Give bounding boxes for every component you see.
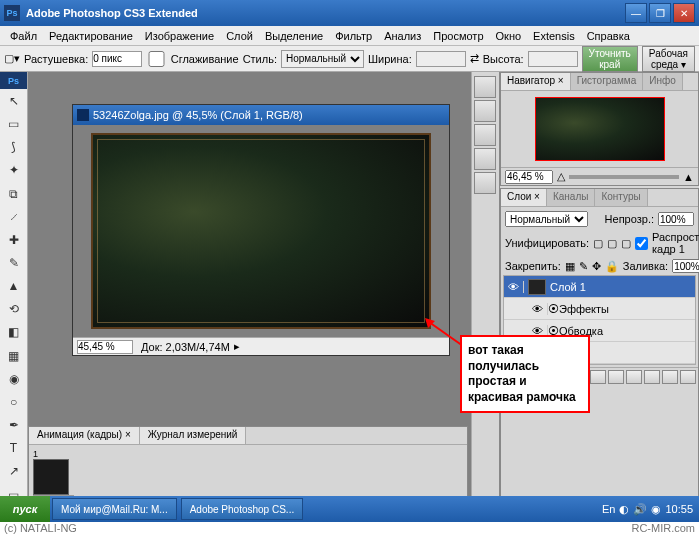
menu-image[interactable]: Изображение <box>139 28 220 44</box>
eyedropper-tool-icon[interactable]: ⟋ <box>2 206 26 227</box>
opacity-input[interactable] <box>658 212 694 226</box>
lasso-tool-icon[interactable]: ⟆ <box>2 137 26 158</box>
wand-tool-icon[interactable]: ✦ <box>2 160 26 181</box>
menu-extensis[interactable]: Extensis <box>527 28 581 44</box>
zoom-input[interactable] <box>77 340 133 354</box>
tab-info[interactable]: Инфо <box>643 73 683 90</box>
style-select[interactable]: Нормальный <box>281 50 364 68</box>
heal-tool-icon[interactable]: ✚ <box>2 229 26 250</box>
taskbar-item-photoshop[interactable]: Adobe Photoshop CS... <box>181 498 304 520</box>
menu-help[interactable]: Справка <box>581 28 636 44</box>
tab-measurements[interactable]: Журнал измерений <box>140 427 247 444</box>
height-input[interactable] <box>528 51 578 67</box>
start-button[interactable]: пуск <box>0 496 50 522</box>
lock-all-icon[interactable]: 🔒 <box>605 260 619 273</box>
zoom-slider[interactable] <box>569 175 679 179</box>
width-input[interactable] <box>416 51 466 67</box>
tray-icon[interactable]: ◐ <box>619 503 629 516</box>
layer-item-1[interactable]: 👁 Слой 1 <box>504 276 695 298</box>
tray-icon[interactable]: 🔊 <box>633 503 647 516</box>
fx-icon: ⦿ <box>548 303 559 315</box>
refine-edge-button[interactable]: Уточнить край <box>582 46 638 72</box>
lock-pixels-icon[interactable]: ✎ <box>579 260 588 273</box>
tab-layers[interactable]: Слои × <box>501 189 547 206</box>
propagate-checkbox[interactable] <box>635 237 648 250</box>
gradient-tool-icon[interactable]: ▦ <box>2 345 26 366</box>
animation-frame-thumb[interactable] <box>33 459 69 495</box>
tab-paths[interactable]: Контуры <box>595 189 647 206</box>
annotation-arrow <box>425 318 465 348</box>
sidebar-button-1[interactable] <box>474 76 496 98</box>
tab-histogram[interactable]: Гистограмма <box>571 73 644 90</box>
fill-input[interactable] <box>672 259 699 273</box>
opacity-label: Непрозр.: <box>605 213 654 225</box>
tool-preset-icon[interactable]: ▢▾ <box>4 52 20 65</box>
layer-thumbnail <box>528 279 546 295</box>
dodge-tool-icon[interactable]: ○ <box>2 391 26 412</box>
menu-analysis[interactable]: Анализ <box>378 28 427 44</box>
layer-mask-icon[interactable] <box>608 370 624 384</box>
feather-input[interactable] <box>92 51 142 67</box>
layer-style-icon[interactable] <box>590 370 606 384</box>
lang-indicator[interactable]: En <box>602 503 615 515</box>
minimize-button[interactable]: — <box>625 3 647 23</box>
tab-animation[interactable]: Анимация (кадры) × <box>29 427 140 444</box>
unify-icon-2[interactable]: ▢ <box>607 237 617 250</box>
sidebar-button-3[interactable] <box>474 124 496 146</box>
panel-dock-sidebar <box>471 72 499 506</box>
move-tool-icon[interactable]: ↖ <box>2 90 26 111</box>
close-button[interactable]: ✕ <box>673 3 695 23</box>
menu-file[interactable]: Файл <box>4 28 43 44</box>
tab-navigator[interactable]: Навигатор × <box>501 73 571 90</box>
unify-icon-1[interactable]: ▢ <box>593 237 603 250</box>
height-label: Высота: <box>483 53 524 65</box>
workspace-button[interactable]: Рабочая среда ▾ <box>642 46 695 72</box>
eraser-tool-icon[interactable]: ◧ <box>2 322 26 343</box>
menu-window[interactable]: Окно <box>490 28 528 44</box>
menu-select[interactable]: Выделение <box>259 28 329 44</box>
canvas-image[interactable] <box>91 133 431 329</box>
adjust-layer-icon[interactable] <box>626 370 642 384</box>
brush-tool-icon[interactable]: ✎ <box>2 252 26 273</box>
taskbar-item-mail[interactable]: Мой мир@Mail.Ru: M... <box>52 498 177 520</box>
tab-channels[interactable]: Каналы <box>547 189 596 206</box>
menu-edit[interactable]: Редактирование <box>43 28 139 44</box>
type-tool-icon[interactable]: T <box>2 438 26 459</box>
visibility-icon[interactable]: 👁 <box>528 303 548 315</box>
marquee-tool-icon[interactable]: ▭ <box>2 113 26 134</box>
menu-view[interactable]: Просмотр <box>427 28 489 44</box>
group-icon[interactable] <box>644 370 660 384</box>
status-arrow-icon[interactable]: ▸ <box>234 340 240 353</box>
lock-trans-icon[interactable]: ▦ <box>565 260 575 273</box>
unify-icon-3[interactable]: ▢ <box>621 237 631 250</box>
layer-effects-row[interactable]: 👁 ⦿ Эффекты <box>504 298 695 320</box>
visibility-icon[interactable]: 👁 <box>504 281 524 293</box>
antialias-checkbox[interactable] <box>146 51 166 67</box>
credit-right: RC-MIR.com <box>631 522 695 536</box>
history-brush-tool-icon[interactable]: ⟲ <box>2 299 26 320</box>
lock-pos-icon[interactable]: ✥ <box>592 260 601 273</box>
nav-zoom-input[interactable] <box>505 170 553 184</box>
sidebar-button-4[interactable] <box>474 148 496 170</box>
toolbox-header-icon[interactable]: Ps <box>0 72 27 89</box>
menu-filter[interactable]: Фильтр <box>329 28 378 44</box>
navigator-thumbnail[interactable] <box>535 97 665 161</box>
tray-icon[interactable]: ◉ <box>651 503 661 516</box>
sidebar-button-5[interactable] <box>474 172 496 194</box>
maximize-button[interactable]: ❐ <box>649 3 671 23</box>
sidebar-button-2[interactable] <box>474 100 496 122</box>
delete-layer-icon[interactable] <box>680 370 696 384</box>
path-tool-icon[interactable]: ↗ <box>2 461 26 482</box>
menu-layer[interactable]: Слой <box>220 28 259 44</box>
clock[interactable]: 10:55 <box>665 503 693 515</box>
stamp-tool-icon[interactable]: ▲ <box>2 276 26 297</box>
document-titlebar[interactable]: 53246Zolga.jpg @ 45,5% (Слой 1, RGB/8) <box>73 105 449 125</box>
zoom-in-icon[interactable]: ▲ <box>683 171 694 183</box>
blur-tool-icon[interactable]: ◉ <box>2 368 26 389</box>
pen-tool-icon[interactable]: ✒ <box>2 414 26 435</box>
zoom-out-icon[interactable]: △ <box>557 170 565 183</box>
swap-icon[interactable]: ⇄ <box>470 52 479 65</box>
blend-mode-select[interactable]: Нормальный <box>505 211 588 227</box>
new-layer-icon[interactable] <box>662 370 678 384</box>
crop-tool-icon[interactable]: ⧉ <box>2 183 26 204</box>
